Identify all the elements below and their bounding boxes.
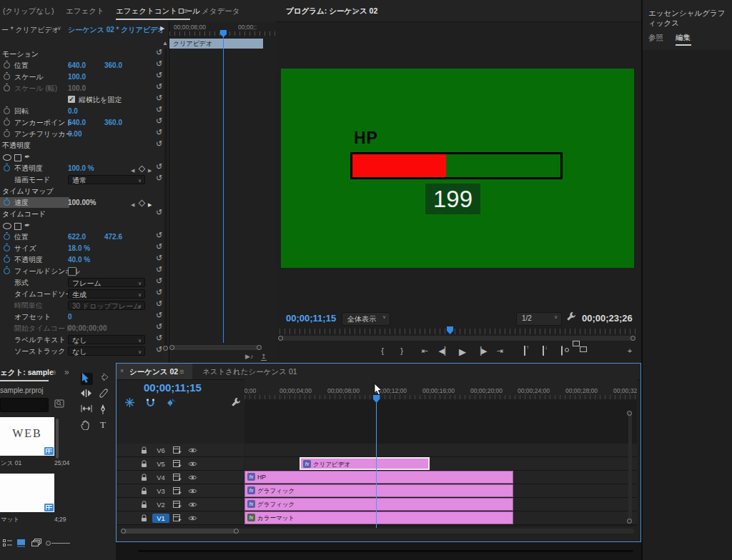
stopwatch-icon[interactable] [4,268,10,274]
play-audio-icon[interactable]: ▶♪ [245,353,253,360]
ec-clip-bar[interactable]: クリアビデオ [169,39,263,49]
rect-mask-icon[interactable] [14,154,21,161]
reset-parameter-icon[interactable]: ↺ [156,71,162,79]
timeline-clip[interactable]: fxクリアビデオ [300,457,430,470]
param-value[interactable]: 0.00 [68,129,81,140]
chevron-down-icon[interactable]: ∨ [57,25,61,31]
step-back-button[interactable]: ◀▏ [438,346,451,356]
timeline-vscroll-bottom-handle[interactable] [627,519,632,524]
stopwatch-icon[interactable] [4,119,10,126]
list-view-icon[interactable] [3,539,12,547]
playhead-line[interactable] [376,399,377,528]
stopwatch-icon[interactable] [4,165,10,171]
timeline-clip[interactable]: fxグラフィック [244,484,513,497]
project-item-thumbnail[interactable] [0,474,54,512]
track-output-eye-icon[interactable] [188,461,197,467]
param-value[interactable]: 100.0 [68,83,86,94]
param-value[interactable]: 100.0 % [68,163,94,174]
sync-lock-icon[interactable] [173,446,182,454]
tab-edit[interactable]: 編集 [676,33,691,43]
param-value[interactable]: 40.0 % [68,254,90,266]
ellipse-mask-icon[interactable] [3,154,11,161]
reset-parameter-icon[interactable]: ↺ [156,209,162,216]
checkbox[interactable]: ✓ [68,96,75,103]
track-lock-icon[interactable] [141,446,147,454]
timeline-vscroll-top-handle[interactable] [627,411,632,416]
track-output-eye-icon[interactable] [188,501,197,508]
panel-menu-icon[interactable]: ≡ [353,6,357,15]
ec-mini-hscrollbar[interactable] [171,345,261,350]
ec-timeline-view-toggle-icon[interactable]: ▶ [160,25,164,31]
track-lock-icon[interactable] [141,487,147,495]
track-lock-icon[interactable] [141,460,147,468]
timeline-clip[interactable]: fxHP [244,471,513,484]
track-output-eye-icon[interactable] [188,447,197,454]
more-panels-icon[interactable]: » [64,367,69,377]
param-value[interactable]: 622.0 [68,231,86,243]
ripple-edit-tool[interactable] [81,389,93,401]
stopwatch-icon[interactable] [4,245,10,251]
param-dropdown[interactable]: 30 ドロップフレーム∨ [68,301,145,310]
mark-in-button[interactable]: { [376,346,389,355]
project-scrollbar-thumb[interactable] [56,419,59,459]
reset-parameter-icon[interactable]: ↺ [156,140,162,147]
param-value[interactable]: 00;00;00;00 [68,323,107,334]
timeline-clip[interactable]: fxグラフィック [244,498,513,511]
step-forward-button[interactable]: ▕▶ [475,346,488,356]
timeline-clip[interactable]: fxカラーマット [244,511,513,524]
param-value[interactable]: 472.6 [104,231,122,243]
panel-menu-icon[interactable]: ≡ [183,6,187,15]
program-scrubber-right-handle[interactable] [630,336,635,341]
add-panel-button[interactable]: + [623,346,636,355]
tab-source-monitor[interactable]: (クリップなし) [3,6,54,16]
program-scrubber-track[interactable] [280,336,635,341]
program-current-time[interactable]: 00;00;11;15 [286,313,336,324]
reset-parameter-icon[interactable]: ↺ [156,346,162,353]
track-output-eye-icon[interactable] [188,515,197,521]
tab-metadata[interactable]: メタデータ [202,6,239,16]
pen-tool[interactable] [99,404,111,416]
reset-parameter-icon[interactable]: ↺ [156,266,162,273]
param-value[interactable]: 360.0 [104,117,122,129]
param-value[interactable]: 0 [68,311,72,323]
reset-parameter-icon[interactable]: ↺ [156,49,162,56]
reset-parameter-icon[interactable]: ↺ [156,323,162,330]
ec-playhead-head[interactable] [220,30,227,37]
stopwatch-icon[interactable] [4,85,10,91]
track-lock-icon[interactable] [141,474,147,481]
param-value[interactable]: 640.0 [68,60,86,71]
track-target-v1[interactable]: V1 [152,514,169,523]
reset-parameter-icon[interactable]: ↺ [156,174,162,181]
param-dropdown[interactable]: なし∨ [68,335,145,344]
reset-parameter-icon[interactable]: ↺ [156,277,162,284]
pen-mask-icon[interactable]: ✒ [24,151,30,163]
reset-parameter-icon[interactable]: ↺ [156,289,162,296]
stopwatch-icon[interactable] [4,62,10,69]
search-in-icon[interactable] [54,399,64,409]
reset-parameter-icon[interactable]: ↺ [156,117,162,124]
thumbnail-zoom-handle[interactable] [46,541,51,546]
param-dropdown[interactable]: なし∨ [68,346,145,356]
reset-parameter-icon[interactable]: ↺ [156,334,162,341]
track-lock-icon[interactable] [141,514,147,522]
export-frame-button[interactable] [555,346,568,355]
reset-parameter-icon[interactable]: ↺ [156,231,162,239]
stopwatch-icon[interactable] [4,108,10,114]
lift-button[interactable]: ↑ [518,346,531,355]
go-to-out-button[interactable]: ⇥ [493,346,506,356]
icon-view-icon[interactable] [16,539,26,547]
param-dropdown[interactable]: 通常∨ [68,175,145,184]
track-target-v3[interactable]: V3 [152,486,169,496]
ec-mini-hscroll-right-handle[interactable] [257,345,262,350]
export-icon[interactable]: ↥ [261,353,267,361]
add-keyframe-icon[interactable] [139,166,146,173]
timeline-hscroll-right-handle[interactable] [234,529,239,534]
go-to-in-button[interactable]: ⇤ [418,346,431,356]
ec-vscroll-handle[interactable] [163,346,168,351]
sync-lock-icon[interactable] [173,474,182,481]
ec-playhead-line[interactable] [223,31,224,343]
track-output-eye-icon[interactable] [188,474,197,481]
track-target-v2[interactable]: V2 [152,500,169,509]
timeline-hscrollbar-thumb[interactable] [122,529,237,534]
project-search-input[interactable] [0,398,49,412]
